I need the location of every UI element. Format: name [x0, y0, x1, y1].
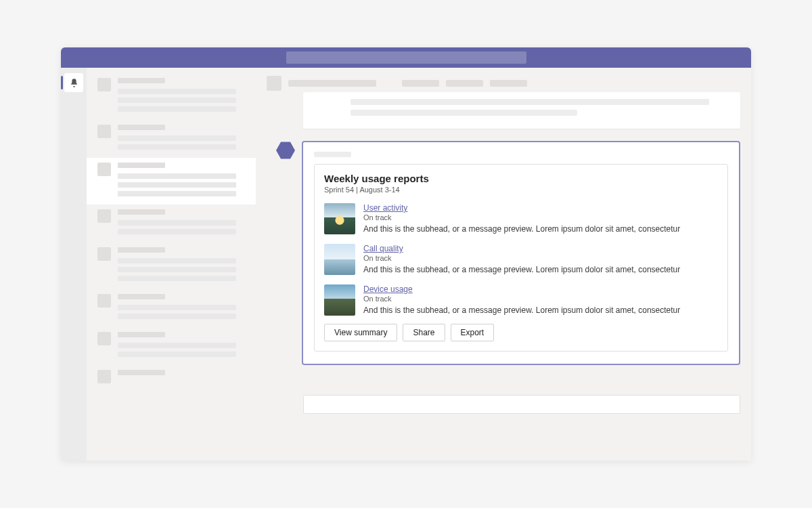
list-item[interactable] [87, 365, 256, 388]
bot-message-row: Weekly usage reports Sprint 54 | August … [267, 141, 740, 365]
list-item[interactable] [87, 73, 256, 120]
avatar [97, 78, 111, 91]
list-item[interactable] [87, 289, 256, 327]
report-thumbnail [324, 203, 355, 234]
report-desc: And this is the subhead, or a message pr… [363, 224, 718, 234]
card-title: Weekly usage reports [324, 173, 718, 184]
view-summary-button[interactable]: View summary [324, 324, 397, 341]
avatar [97, 209, 111, 223]
search-input[interactable] [286, 51, 526, 64]
report-link-user-activity[interactable]: User activity [363, 203, 407, 213]
list-item[interactable] [87, 205, 256, 242]
app-window: Weekly usage reports Sprint 54 | August … [61, 47, 751, 461]
report-link-device-usage[interactable]: Device usage [363, 284, 413, 294]
bot-avatar-icon [276, 141, 295, 160]
bot-name-placeholder [314, 152, 351, 157]
adaptive-card: Weekly usage reports Sprint 54 | August … [314, 164, 728, 352]
report-desc: And this is the subhead, or a message pr… [363, 305, 718, 315]
list-item[interactable] [87, 242, 256, 289]
card-subtitle: Sprint 54 | August 3-14 [324, 186, 718, 194]
report-status: On track [363, 295, 718, 303]
report-thumbnail [324, 284, 355, 316]
titlebar [61, 47, 751, 68]
rail-item-activity[interactable] [64, 73, 83, 92]
report-status: On track [363, 254, 718, 262]
app-body: Weekly usage reports Sprint 54 | August … [61, 68, 751, 461]
message-card[interactable] [303, 92, 740, 129]
card-actions: View summary Share Export [324, 324, 718, 341]
avatar [97, 125, 111, 138]
report-item: User activity On track And this is the s… [324, 203, 718, 234]
conversation-pane: Weekly usage reports Sprint 54 | August … [256, 68, 751, 461]
avatar [97, 294, 111, 308]
bot-message-card[interactable]: Weekly usage reports Sprint 54 | August … [302, 141, 740, 365]
left-rail [61, 68, 87, 461]
report-item: Device usage On track And this is the su… [324, 284, 718, 316]
avatar [97, 370, 111, 383]
avatar [267, 76, 281, 91]
share-button[interactable]: Share [403, 324, 445, 341]
report-item: Call quality On track And this is the su… [324, 244, 718, 275]
report-status: On track [363, 213, 718, 221]
report-thumbnail [324, 244, 355, 275]
report-desc: And this is the subhead, or a message pr… [363, 265, 718, 274]
compose-input[interactable] [303, 395, 740, 414]
bell-icon [69, 78, 79, 88]
message-row [267, 95, 740, 129]
report-link-call-quality[interactable]: Call quality [363, 244, 403, 253]
conversation-header [267, 76, 740, 91]
list-item[interactable] [87, 158, 256, 205]
export-button[interactable]: Export [451, 324, 495, 341]
feed-sidebar [87, 68, 256, 461]
list-item[interactable] [87, 327, 256, 365]
avatar [97, 332, 111, 345]
list-item[interactable] [87, 120, 256, 158]
avatar [97, 247, 111, 261]
avatar [97, 163, 111, 176]
